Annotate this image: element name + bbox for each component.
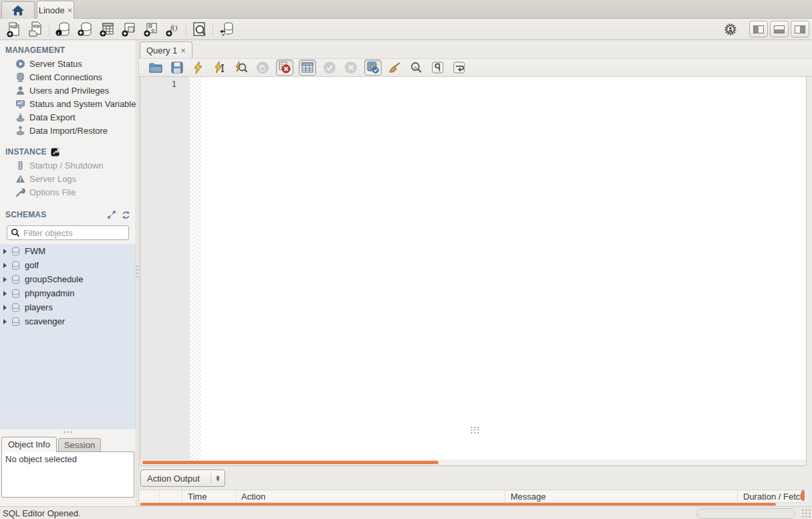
expand-arrow-icon[interactable] xyxy=(3,249,7,254)
preferences-gear-button[interactable] xyxy=(721,20,739,38)
home-tab[interactable] xyxy=(1,1,35,19)
sidebar-item-options-file[interactable]: Options File xyxy=(0,185,136,199)
explain-plan-button[interactable] xyxy=(234,60,249,75)
explain-magnifier-icon xyxy=(235,61,248,74)
toggle-right-sidebar-button[interactable] xyxy=(791,21,809,37)
sidebar-item-label: Client Connections xyxy=(29,72,102,82)
create-view-button[interactable] xyxy=(120,20,138,38)
sidebar-item-data-export[interactable]: Data Export xyxy=(0,110,136,124)
filter-objects-input[interactable] xyxy=(23,228,136,238)
sidebar-item-client-connections[interactable]: Client Connections xyxy=(0,70,136,84)
sidebar-item-data-import[interactable]: Data Import/Restore xyxy=(0,124,136,137)
output-panel: Action Output ▲▼ Time Action Message Dur… xyxy=(139,466,812,506)
close-icon[interactable]: × xyxy=(67,5,73,15)
column-action[interactable]: Action xyxy=(236,490,505,502)
reconnect-database-button[interactable] xyxy=(217,20,235,38)
sidebar-item-startup-shutdown[interactable]: Startup / Shutdown xyxy=(0,159,136,172)
schema-row-fwm[interactable]: FWM xyxy=(0,244,136,258)
query-tab-label: Query 1 xyxy=(146,45,177,56)
new-query-tab-button[interactable]: SQL xyxy=(5,20,23,38)
toggle-bottom-panel-button[interactable] xyxy=(770,21,789,37)
column-index[interactable] xyxy=(160,490,182,502)
limit-rows-button[interactable] xyxy=(299,60,316,76)
new-function-icon: f() xyxy=(164,21,182,38)
toggle-stop-on-error-button[interactable] xyxy=(276,60,293,76)
save-script-button[interactable] xyxy=(170,60,184,75)
invisible-characters-button[interactable] xyxy=(430,60,445,75)
expand-arrow-icon[interactable] xyxy=(3,263,7,268)
stop-query-button[interactable] xyxy=(255,60,270,75)
execute-current-statement-button[interactable] xyxy=(213,60,227,75)
expand-panel-icon[interactable] xyxy=(108,211,116,219)
toggle-left-sidebar-button[interactable] xyxy=(749,21,768,37)
search-icon: A xyxy=(410,62,422,74)
expand-arrow-icon[interactable] xyxy=(3,305,7,310)
open-sql-script-button[interactable]: SQL xyxy=(27,20,45,38)
schema-row-groupschedule[interactable]: groupSchedule xyxy=(0,272,136,286)
output-type-select[interactable]: Action Output ▲▼ xyxy=(140,470,225,487)
expand-arrow-icon[interactable] xyxy=(3,277,7,282)
refresh-icon[interactable] xyxy=(122,211,130,219)
sidebar-splitter-handle[interactable] xyxy=(0,429,136,435)
expand-arrow-icon[interactable] xyxy=(3,291,7,296)
create-function-button[interactable]: f() xyxy=(164,20,182,38)
close-icon[interactable]: × xyxy=(180,45,186,56)
output-horizontal-scrollbar[interactable] xyxy=(140,503,776,506)
schema-tree: FWM golf groupSchedule phpmyadmin player xyxy=(0,244,136,429)
find-button[interactable]: A xyxy=(409,60,424,75)
rollback-button[interactable] xyxy=(344,60,358,75)
column-message[interactable]: Message xyxy=(505,490,738,502)
sidebar-item-server-status[interactable]: Server Status xyxy=(0,57,136,70)
sidebar-item-users-privileges[interactable]: Users and Privileges xyxy=(0,84,136,97)
open-file-button[interactable] xyxy=(148,60,163,75)
schema-row-scavenger[interactable]: scavenger xyxy=(0,314,136,328)
output-vertical-scrollbar[interactable] xyxy=(801,490,805,501)
tab-object-info[interactable]: Object Info xyxy=(1,437,57,452)
sidebar-item-server-logs[interactable]: Server Logs xyxy=(0,172,136,185)
tab-query-1[interactable]: Query 1 × xyxy=(140,41,192,58)
search-data-button[interactable] xyxy=(190,20,209,38)
output-splitter-handle[interactable] xyxy=(470,426,481,434)
create-procedure-button[interactable] xyxy=(142,20,160,38)
editor-horizontal-scrollbar[interactable] xyxy=(140,459,806,465)
column-label: Message xyxy=(511,492,546,502)
execute-button[interactable] xyxy=(191,60,206,75)
schema-row-golf[interactable]: golf xyxy=(0,258,136,272)
schema-filter[interactable] xyxy=(7,225,129,240)
column-time[interactable]: Time xyxy=(182,490,236,502)
scrollbar-thumb[interactable] xyxy=(142,461,438,464)
create-schema-button[interactable] xyxy=(76,20,94,38)
connection-tab-linode[interactable]: Linode × xyxy=(37,1,74,19)
beautify-script-button[interactable] xyxy=(388,60,402,75)
wrap-text-button[interactable] xyxy=(452,60,466,75)
toggle-autocommit-button[interactable] xyxy=(364,60,382,76)
query-tabbar: Query 1 × xyxy=(139,40,812,58)
commit-check-icon xyxy=(323,61,336,74)
open-sql-file-icon: SQL xyxy=(27,21,45,38)
create-table-button[interactable] xyxy=(98,20,116,38)
sql-editor[interactable]: 1 xyxy=(140,77,807,466)
schema-inspector-button[interactable]: i xyxy=(53,20,72,38)
tab-session[interactable]: Session xyxy=(58,438,101,452)
new-table-icon xyxy=(98,21,116,38)
server-status-icon xyxy=(15,58,25,69)
sidebar-item-status-system-variables[interactable]: Status and System Variables xyxy=(0,97,136,110)
sidebar-bottom-tabs: Object Info Session xyxy=(0,435,136,452)
sidebar-item-label: Server Status xyxy=(29,59,82,69)
commit-button[interactable] xyxy=(322,60,337,75)
line-number-gutter: 1 xyxy=(140,77,190,459)
column-icon[interactable] xyxy=(140,490,160,502)
search-icon xyxy=(11,228,20,237)
limit-rows-grid-icon xyxy=(301,62,313,73)
expand-arrow-icon[interactable] xyxy=(3,319,7,324)
sidebar-item-label: Status and System Variables xyxy=(29,99,136,109)
connection-tab-label: Linode xyxy=(39,5,65,15)
schemas-title: SCHEMAS xyxy=(5,210,46,219)
database-icon xyxy=(11,261,20,270)
sql-editor-area: Query 1 × xyxy=(139,40,812,506)
schema-name: golf xyxy=(25,260,39,270)
column-duration-fetch[interactable]: Duration / Fetch xyxy=(738,490,807,502)
schema-row-phpmyadmin[interactable]: phpmyadmin xyxy=(0,286,136,300)
schema-row-players[interactable]: players xyxy=(0,300,136,314)
window-resize-grip[interactable] xyxy=(801,508,811,518)
